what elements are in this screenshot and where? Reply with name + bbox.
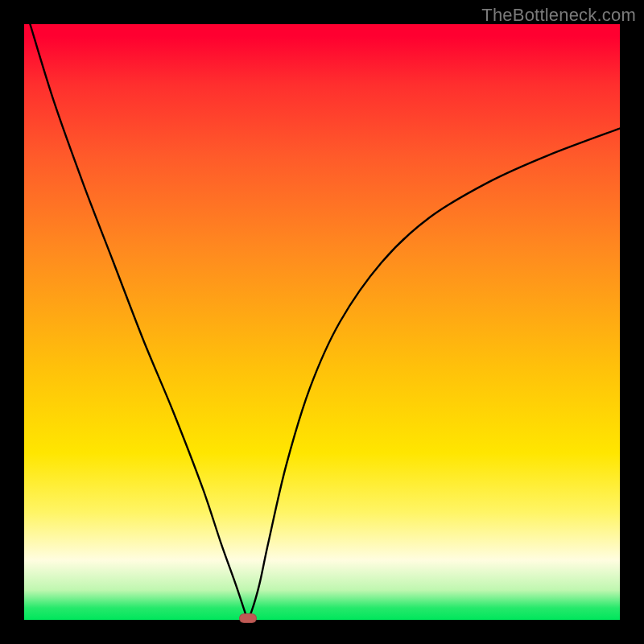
optimal-point-marker	[239, 613, 257, 623]
chart-frame: TheBottleneck.com	[0, 0, 644, 644]
watermark-text: TheBottleneck.com	[481, 5, 636, 26]
bottleneck-curve	[30, 24, 620, 619]
plot-area	[24, 24, 620, 620]
curve-layer	[24, 24, 620, 620]
